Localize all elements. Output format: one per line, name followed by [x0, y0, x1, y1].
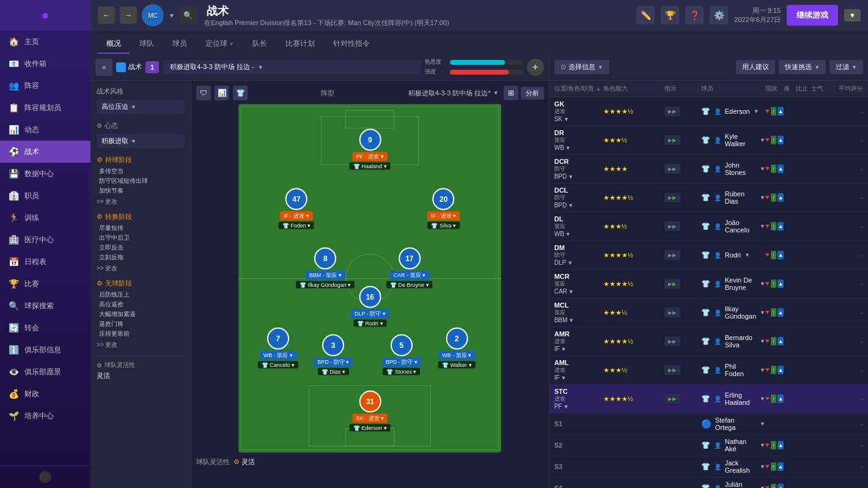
sidebar-item-matches[interactable]: 🏆 比赛 [0, 273, 90, 295]
role-select[interactable]: BBM ▼ [554, 317, 603, 323]
sidebar-item-scouting[interactable]: 🔍 球探搜索 [0, 295, 90, 317]
recommend-button[interactable]: 用人建议 [736, 60, 775, 74]
table-row[interactable]: DR 策应 WB ▼ ★★★½ ▶▶ 👕👤 Kyle Walker ▼ ♥↑▲ … [550, 126, 868, 155]
indicator-icons[interactable]: ▶▶ [664, 336, 680, 346]
phase-transition-more[interactable]: >> 更改 [97, 264, 185, 273]
player-dropdown[interactable]: ▼ [760, 223, 765, 229]
field-tactic-btn[interactable]: 🛡 [196, 86, 211, 100]
sidebar-item-squad-planner[interactable]: 📋 阵容规划员 [0, 97, 90, 119]
sidebar-item-medical[interactable]: 🏥 医疗中心 [0, 229, 90, 251]
player-gundogan-role[interactable]: BBM - 策应 ▾ [306, 270, 345, 279]
sidebar-item-squad[interactable]: 👥 阵容 [0, 75, 90, 97]
player-haaland-name[interactable]: 👕 Haaland ▾ [350, 163, 391, 170]
indicator-icons[interactable]: ▶▶ [664, 394, 680, 404]
player-gundogan[interactable]: 8 BBM - 策应 ▾ 👕 Ilkay Gündogan ▾ [296, 247, 355, 288]
selector-info-button[interactable]: ⊙ 选择信息 ▼ [554, 60, 609, 74]
player-cancelo[interactable]: 7 WB - 策应 ▾ 👕 Cancelo ▾ [258, 328, 298, 369]
indicator-icons[interactable]: ▶▶ [664, 106, 680, 116]
player-stones[interactable]: 5 BPD - 防守 ▾ 👕 Stones ▾ [382, 335, 421, 375]
table-row[interactable]: AML 进攻 IF ▼ ★★★½ ▶▶ 👕👤 Phil Foden ▼ ♥↑▲ … [550, 356, 868, 385]
player-dropdown[interactable]: ▼ [760, 166, 765, 172]
player-walker[interactable]: 2 WB - 策应 ▾ 👕 Walker ▾ [438, 328, 476, 369]
player-dropdown[interactable]: ▼ [760, 309, 765, 316]
edit-icon[interactable]: ✏️ [636, 6, 655, 24]
player-foden[interactable]: 47 IF - 进攻 ▾ 👕 Foden ▾ [279, 188, 315, 229]
role-select[interactable]: SK ▼ [554, 116, 603, 122]
player-dropdown[interactable]: ▼ [760, 194, 765, 201]
sidebar-item-schedule[interactable]: 📅 日程表 [0, 251, 90, 273]
player-silva-name[interactable]: 👕 Silva ▾ [427, 222, 460, 229]
player-dias-role[interactable]: BPD - 防守 ▾ [314, 358, 353, 367]
player-dropdown[interactable]: ▼ [760, 338, 765, 344]
player-rodri-role[interactable]: DLP - 防守 ▾ [351, 309, 389, 318]
role-select[interactable]: WB ▼ [554, 231, 603, 237]
role-select[interactable]: WB ▼ [554, 144, 603, 151]
sidebar-item-training[interactable]: 🏃 训练 [0, 207, 90, 229]
player-rodri-name[interactable]: 👕 Rodri ▾ [353, 319, 387, 327]
field-shirt-btn[interactable]: 👕 [233, 86, 248, 100]
player-debruyne-role[interactable]: CAR - 策应 ▾ [390, 270, 430, 279]
tab-instructions[interactable]: 针对性指令 [325, 35, 378, 54]
phase-possession-more[interactable]: >> 更改 [97, 198, 185, 206]
nav-back-button[interactable]: ← [98, 7, 115, 24]
player-stones-name[interactable]: 👕 Stones ▾ [383, 368, 420, 375]
sidebar-item-dynamics[interactable]: 📊 动态 [0, 119, 90, 141]
indicator-icons[interactable]: ▶▶ [664, 221, 680, 231]
player-walker-name[interactable]: 👕 Walker ▾ [438, 361, 476, 369]
add-tactic-button[interactable]: + [527, 59, 544, 76]
table-row[interactable]: DCL 防守 BPD ▼ ★★★★½ ▶▶ 👕👤 Rúben Dias ▼ ♥↑… [550, 183, 868, 212]
player-dropdown[interactable]: ▼ [760, 464, 765, 470]
player-dropdown[interactable]: ▼ [745, 252, 750, 258]
table-row[interactable]: DM 防守 DLP ▼ ★★★★½ ▶▶ 👕👤 Rodri ▼ ♥↑▲ - [550, 241, 868, 270]
mindset-value[interactable]: 积极进取 ▼ [97, 134, 185, 148]
indicator-icons[interactable]: ▶▶ [664, 279, 680, 289]
player-haaland[interactable]: 9 PF - 进攻 ▾ 👕 Haaland ▾ [350, 129, 391, 170]
sidebar-item-data-center[interactable]: 💾 数据中心 [0, 163, 90, 185]
table-row[interactable]: MCR 策应 CAR ▼ ★★★★½ ▶▶ 👕👤 Kevin De Bruyne… [550, 270, 868, 298]
role-select[interactable]: BPD ▼ [554, 173, 603, 180]
player-silva[interactable]: 20 IF - 进攻 ▾ 👕 Silva ▾ [427, 188, 460, 229]
role-select[interactable]: CAR ▼ [554, 288, 603, 295]
tab-set-pieces[interactable]: 定位球▼ [197, 35, 243, 54]
player-silva-role[interactable]: IF - 进攻 ▾ [427, 212, 460, 221]
player-ederson-name[interactable]: 👕 Ederson ▾ [350, 424, 391, 431]
settings-icon[interactable]: ⚙️ [710, 6, 728, 24]
player-ederson-role[interactable]: SK - 进攻 ▾ [353, 413, 388, 423]
sidebar-item-tactics[interactable]: ⚽ 战术 [0, 141, 90, 163]
sidebar-item-club-vision[interactable]: 👁️ 俱乐部愿景 [0, 361, 90, 383]
search-button[interactable]: 🔍 [180, 7, 197, 24]
field-grid-btn[interactable]: ⊞ [504, 86, 518, 100]
player-rodri[interactable]: 16 DLP - 防守 ▾ 👕 Rodri ▾ [351, 286, 389, 327]
tab-match-plan[interactable]: 比赛计划 [277, 35, 323, 54]
role-select[interactable]: PF ▼ [554, 403, 603, 410]
indicator-icons[interactable]: ▶▶ [664, 164, 680, 174]
formation-name-display[interactable]: 积极进取4-3-3 防中场 拉边 - ▼ [163, 60, 421, 74]
table-row[interactable]: DL 策应 WB ▼ ★★★½ ▶▶ 👕👤 João Cancelo ▼ ♥↑▲… [550, 212, 868, 241]
table-row[interactable]: S4 👕👤 Julián Álvarez ▼ ♥↑▲ - [550, 478, 868, 488]
tab-players[interactable]: 球员 [164, 35, 196, 54]
role-select[interactable]: IF ▼ [554, 346, 603, 352]
player-foden-name[interactable]: 👕 Foden ▾ [279, 222, 315, 229]
player-haaland-role[interactable]: PF - 进攻 ▾ [353, 152, 388, 161]
continue-dropdown[interactable]: ▼ [844, 9, 861, 21]
table-row[interactable]: MCL 策应 BBM ▼ ★★★½ ▶▶ 👕👤 Ilkay Gündogan ▼… [550, 298, 868, 327]
player-dropdown[interactable]: ▼ [760, 281, 765, 287]
indicator-icons[interactable]: ▶▶ [664, 308, 680, 317]
player-dropdown[interactable]: ▼ [760, 442, 765, 448]
player-dias[interactable]: 3 BPD - 防守 ▾ 👕 Dias ▾ [314, 335, 353, 375]
phase-noball-more[interactable]: >> 更改 [97, 341, 185, 349]
table-row[interactable]: S3 👕👤 Jack Grealish ▼ ♥↑▲ - [550, 456, 868, 478]
player-stones-role[interactable]: BPD - 防守 ▾ [382, 358, 421, 367]
filter-button[interactable]: 过滤 ▼ [829, 60, 863, 74]
analysis-button[interactable]: 分析 [521, 87, 544, 100]
indicator-icons[interactable]: ▶▶ [664, 135, 680, 145]
team-selector[interactable]: ▼ [169, 12, 175, 19]
player-ederson[interactable]: 31 SK - 进攻 ▾ 👕 Ederson ▾ [350, 390, 391, 431]
indicator-icons[interactable]: ▶▶ [664, 193, 680, 202]
trophy-icon[interactable]: 🏆 [661, 6, 679, 24]
player-gundogan-name[interactable]: 👕 Ilkay Gündogan ▾ [296, 281, 355, 288]
indicator-icons[interactable]: ▶▶ [664, 250, 680, 260]
help-icon[interactable]: ❓ [685, 6, 704, 24]
role-select[interactable]: IF ▼ [554, 374, 603, 381]
sidebar-item-development[interactable]: 🌱 培养中心 [0, 405, 90, 427]
